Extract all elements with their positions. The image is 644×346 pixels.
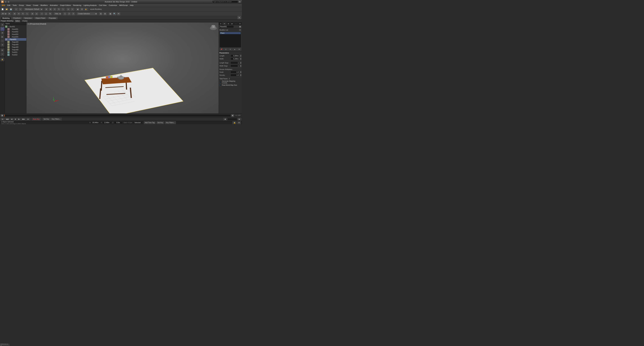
tb2-move-btn[interactable]: ✛ [17,12,21,15]
density-input[interactable] [230,74,239,76]
menu-create[interactable]: Create [32,4,39,6]
menu-3ds[interactable]: 3DS [1,4,6,6]
tab-selection[interactable]: Selection [22,17,33,19]
menu-customize[interactable]: Customize [108,4,118,6]
scale-btn[interactable]: ⤡ [61,7,65,11]
rp-tab-utilities[interactable]: ⚙ [238,22,242,25]
undo-btn[interactable]: ↩ [14,7,18,11]
viewport-lock-btn[interactable]: 🔒 [232,121,236,124]
motion-tool[interactable]: ▶ [0,35,4,39]
color-swatch[interactable]: ■ [239,26,241,28]
percent-snap-btn[interactable]: % [48,12,52,15]
render-setup-btn[interactable]: ⚙ [80,7,84,11]
scene-item-plane001[interactable]: ▭ ▾ Plane001 [5,38,26,41]
new-file-btn[interactable]: 📄 [1,7,4,11]
maximize-btn[interactable]: □ [7,1,10,3]
save-file-btn[interactable]: 💾 [9,7,13,11]
bind-btn[interactable]: ⊠ [103,12,107,15]
key-filters-status-btn[interactable]: Key Filters... [165,121,176,124]
menu-views[interactable]: Views [25,4,32,6]
viewport[interactable]: [+] [Perspective] [Shaded] [26,22,218,113]
prev-frame-btn[interactable]: ◀◀ [5,118,10,121]
timeline-next-btn[interactable]: ▶ [231,114,234,117]
sub-tab-display[interactable]: Display [22,20,28,22]
auto-key-btn[interactable]: Auto Key [32,118,41,121]
scale-dn-btn[interactable]: ▼ [240,72,242,73]
menu-group[interactable]: Group [18,4,25,6]
key-filters-btn[interactable]: Key Filters... [51,118,62,121]
object-name-input[interactable] [220,25,234,28]
menu-help[interactable]: Help [129,4,134,6]
scene-item-hose001[interactable]: ~ · Hose001 [5,28,26,30]
width-input[interactable] [230,57,239,60]
workspace-dropdown[interactable]: Workspace: Default [24,8,43,11]
sub-tab-select[interactable]: Select [15,20,20,22]
scene-item-text002[interactable]: T · Text002 [5,53,26,56]
lock-btn[interactable]: 🔒 [0,58,4,61]
modifier-item-plane[interactable]: Plane [220,32,241,34]
real-world-cb[interactable]: ✓ [220,84,221,86]
remove-mod-btn[interactable]: ✕ [228,48,232,51]
layer-mgr-btn[interactable]: ≡ [0,52,4,56]
named-sel-btn2[interactable]: 2 [67,12,71,15]
render-btn[interactable]: ▶ [84,7,88,11]
utilities-tool[interactable]: ⚙ [0,43,4,47]
close-btn[interactable]: ✕ [239,1,241,3]
timeline-track[interactable] [4,114,231,117]
create-sel-dropdown[interactable]: Create Selection [76,12,98,15]
next-frame-btn[interactable]: ▶▶ [21,118,26,121]
length-input[interactable] [230,54,239,57]
select-btn[interactable]: ⊕ [44,7,48,11]
wsegs-dn-btn[interactable]: ▼ [240,66,242,67]
density-dn-btn[interactable]: ▼ [240,75,242,76]
modifier-dropdown-btn[interactable]: ▼ [239,29,241,31]
set-key-btn[interactable]: Set Key [42,118,50,121]
mini-timeline-back[interactable]: ◀ [223,118,227,121]
rp-tab-display[interactable]: ○ [234,22,238,25]
coord-sys-btn[interactable]: ⊕ [30,12,34,15]
timeline-prev-btn[interactable]: ◀ [1,114,4,117]
stop-btn[interactable]: ■ [14,118,17,121]
link-btn[interactable]: ⛓ [99,12,103,15]
rp-tab-motion[interactable]: ▶ [230,22,234,25]
gen-mapping-cb[interactable]: ✓ [220,81,221,83]
active-btn[interactable]: ⊙ [224,48,228,51]
filter-dropdown[interactable]: All [1,12,7,15]
nav-cube[interactable]: 3DS [209,24,217,32]
move-up-btn[interactable]: ▲ [233,48,237,51]
width-dn-btn[interactable]: ▼ [240,59,242,60]
menu-tools[interactable]: Tools [12,4,18,6]
width-segs-input[interactable] [230,64,239,67]
menu-modifiers[interactable]: Modifiers [40,4,49,6]
redo-btn[interactable]: ↪ [18,7,22,11]
scale-input[interactable] [230,71,239,73]
lsegs-dn-btn[interactable]: ▼ [240,63,242,64]
menu-graph-editors[interactable]: Graph Editors [59,4,72,6]
density-up-btn[interactable]: ▲ [240,74,242,75]
search-input[interactable] [212,0,238,3]
rp-tab-hierarchy[interactable]: ⊞ [226,22,230,25]
scene-item-text001[interactable]: T · Text001 [5,51,26,53]
rotate-btn[interactable]: ↻ [57,7,61,11]
display-tool[interactable]: ○ [0,39,4,43]
length-segs-input[interactable] [230,61,239,64]
select-region-btn[interactable]: ⊞ [48,7,52,11]
width-up-btn[interactable]: ▲ [240,58,242,59]
layer-btn[interactable]: ▦ [108,12,112,15]
scene-states-btn[interactable]: ▤ [0,48,4,52]
mini-track[interactable] [228,118,237,120]
scene-item-teapot4[interactable]: ⍾ · Teapot00 [5,48,26,51]
length-dn-btn[interactable]: ▼ [240,56,242,57]
menu-civil-view[interactable]: Civil View [98,4,108,6]
minimize-btn[interactable]: ─ [4,1,7,3]
set-key-status-btn[interactable]: Set Key [156,121,164,124]
viewport-config-btn[interactable]: ⚙ [237,121,241,124]
pivot-btn[interactable]: ◎ [34,12,38,15]
tab-object-paint[interactable]: Object Paint [34,17,47,19]
tb2-select-btn[interactable]: ⊕ [13,12,16,15]
named-sel-btn3[interactable]: 3 [71,12,75,15]
play-anim-btn[interactable]: ⏮ [1,118,4,121]
menu-rendering[interactable]: Rendering [72,4,82,6]
menu-animation[interactable]: Animation [49,4,59,6]
scene-item-hose002[interactable]: ~ · Hose002 [5,30,26,33]
